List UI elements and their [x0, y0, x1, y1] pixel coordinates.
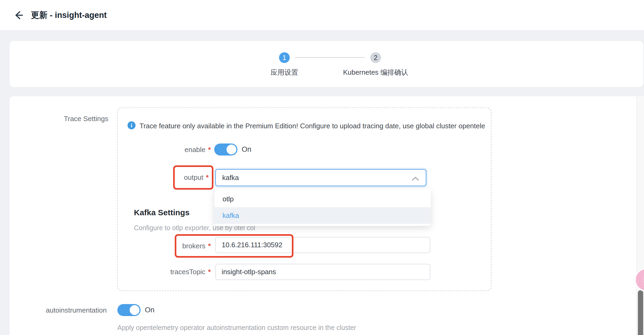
app-window: 更新 - insight-agent 1 2 应用设置 Kubernetes 编… [0, 0, 644, 335]
scrollbar-thumb[interactable] [638, 290, 643, 335]
step-2-label: Kubernetes 编排确认 [336, 68, 416, 77]
required-asterisk: * [206, 173, 209, 182]
brokers-label-row: brokers * [123, 234, 211, 258]
dropdown-option-otlp[interactable]: otlp [214, 191, 431, 207]
output-label: output [184, 173, 203, 182]
premium-info-text: Trace feature only available in the Prem… [140, 122, 485, 130]
chevron-up-icon [411, 175, 419, 183]
required-asterisk: * [208, 268, 211, 276]
dropdown-option-kafka[interactable]: kafka [214, 207, 431, 224]
page-title: 更新 - insight-agent [31, 10, 107, 21]
required-asterisk: * [208, 146, 211, 154]
autoinstrumentation-description: Apply opentelemetry operator autoinstrum… [117, 324, 356, 332]
autoinstrumentation-label-row: autoinstrumentation [27, 304, 107, 316]
brokers-label: brokers [182, 242, 205, 250]
step-2-circle[interactable]: 2 [370, 52, 381, 63]
page-header: 更新 - insight-agent [0, 0, 644, 30]
output-select-value: kafka [222, 174, 239, 182]
step-1-label: 应用设置 [258, 68, 311, 77]
required-asterisk: * [208, 242, 211, 250]
output-select[interactable]: kafka [215, 169, 426, 186]
brokers-input[interactable] [215, 237, 430, 253]
toggle-knob [226, 145, 236, 154]
autoinstrumentation-toggle[interactable] [117, 304, 141, 316]
enable-toggle[interactable] [214, 143, 237, 155]
output-label-row: output * [124, 165, 209, 190]
autoinstrumentation-label: autoinstrumentation [46, 306, 107, 314]
arrow-left-icon [12, 18, 25, 22]
kafka-settings-heading: Kafka Settings [134, 208, 189, 217]
step-connector-line [295, 57, 365, 58]
enable-toggle-state: On [242, 143, 251, 155]
trace-settings-label: Trace Settings [40, 115, 108, 123]
traces-topic-label: tracesTopic [170, 268, 205, 276]
traces-topic-input[interactable] [215, 264, 430, 280]
stepper-panel: 1 2 应用设置 Kubernetes 编排确认 [10, 41, 643, 87]
output-dropdown: otlp kafka [214, 189, 431, 226]
enable-label-row: enable * [123, 143, 211, 156]
enable-label: enable [185, 146, 205, 154]
back-button[interactable] [12, 9, 25, 21]
toggle-knob [130, 305, 140, 315]
step-1-circle[interactable]: 1 [279, 52, 290, 63]
info-icon: i [128, 121, 136, 129]
autoinstrumentation-toggle-state: On [145, 304, 154, 316]
traces-topic-label-row: tracesTopic * [123, 264, 211, 280]
